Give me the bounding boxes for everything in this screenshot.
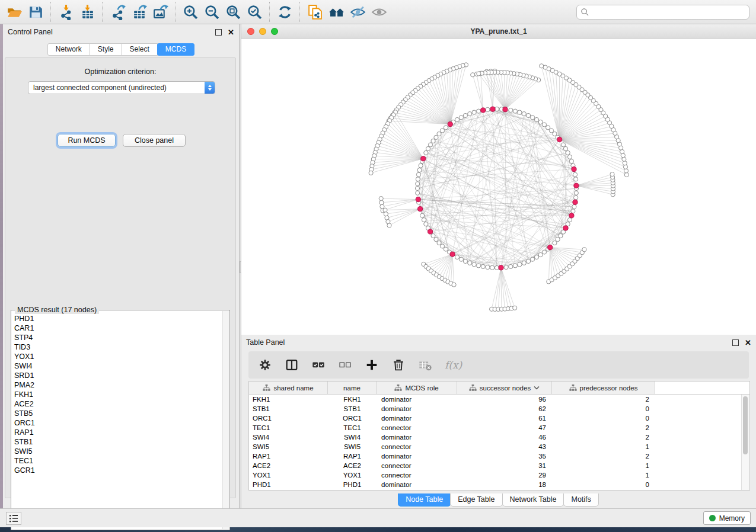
network-node[interactable] — [459, 116, 463, 120]
network-node[interactable] — [573, 172, 577, 177]
mcds-hub-node[interactable] — [569, 213, 574, 218]
network-node[interactable] — [434, 238, 438, 242]
network-node[interactable] — [518, 262, 522, 267]
column-header-successor-nodes[interactable]: successor nodes — [457, 382, 552, 394]
table-row[interactable]: FKH1FKH1dominator962 — [249, 395, 749, 404]
deselect-all-button[interactable] — [338, 356, 352, 374]
network-node[interactable] — [422, 218, 426, 222]
network-node[interactable] — [440, 129, 444, 133]
table-row[interactable]: PHD1PHD1dominator180 — [249, 480, 749, 489]
float-panel-icon[interactable] — [215, 29, 222, 36]
mcds-hub-node[interactable] — [450, 252, 455, 257]
leaf-node[interactable] — [369, 171, 373, 175]
network-node[interactable] — [416, 172, 420, 177]
close-panel-button[interactable]: Close panel — [123, 134, 186, 147]
network-node[interactable] — [504, 265, 508, 270]
result-node-item[interactable]: GCR1 — [14, 466, 223, 475]
leaf-node[interactable] — [624, 169, 628, 173]
import-table-button[interactable] — [76, 2, 98, 22]
delete-button[interactable] — [391, 356, 406, 374]
table-row[interactable]: SWI5SWI5connector431 — [249, 442, 749, 451]
network-node[interactable] — [420, 213, 425, 217]
mcds-hub-node[interactable] — [490, 107, 495, 111]
table-scrollbar[interactable] — [741, 395, 749, 490]
network-node[interactable] — [459, 257, 463, 261]
network-node[interactable] — [468, 261, 472, 265]
network-node[interactable] — [472, 262, 476, 267]
column-header-MCDS-role[interactable]: MCDS role — [377, 382, 457, 394]
mcds-hub-node[interactable] — [572, 167, 576, 172]
float-panel-icon[interactable] — [732, 339, 739, 346]
export-table-button[interactable] — [128, 2, 149, 22]
network-node[interactable] — [556, 238, 560, 242]
network-node[interactable] — [531, 116, 535, 120]
network-node[interactable] — [566, 150, 570, 155]
leaf-node[interactable] — [624, 172, 629, 177]
result-node-item[interactable]: STB1 — [14, 437, 223, 447]
network-node[interactable] — [426, 146, 430, 150]
first-neighbors-button[interactable] — [326, 2, 347, 22]
tab-edge-table[interactable]: Edge Table — [450, 493, 502, 507]
export-network-button[interactable] — [107, 2, 128, 22]
save-button[interactable] — [25, 2, 46, 22]
table-row[interactable]: STB1STB1dominator620 — [249, 404, 749, 414]
hide-selected-button[interactable] — [347, 2, 368, 22]
network-node[interactable] — [574, 191, 578, 195]
result-node-item[interactable]: ORC1 — [14, 418, 223, 428]
close-panel-icon[interactable]: ✕ — [228, 28, 234, 36]
zoom-out-button[interactable] — [201, 2, 222, 22]
tab-select[interactable]: Select — [122, 43, 158, 56]
mcds-hub-node[interactable] — [416, 197, 420, 202]
result-node-item[interactable]: YOX1 — [14, 352, 223, 361]
network-node[interactable] — [513, 264, 517, 268]
network-node[interactable] — [572, 204, 576, 209]
gear-button[interactable] — [258, 356, 272, 374]
result-node-item[interactable]: CAR1 — [14, 323, 223, 333]
mcds-hub-node[interactable] — [448, 122, 452, 127]
network-node[interactable] — [416, 177, 420, 181]
leaf-node[interactable] — [623, 165, 627, 169]
network-node[interactable] — [522, 261, 526, 265]
result-node-item[interactable]: PHD1 — [14, 314, 223, 323]
tab-mcds[interactable]: MCDS — [157, 43, 194, 56]
table-row[interactable]: TEC1TEC1connector472 — [249, 423, 749, 432]
network-node[interactable] — [434, 135, 438, 139]
network-node[interactable] — [534, 117, 538, 121]
result-node-item[interactable]: TEC1 — [14, 456, 223, 466]
network-node[interactable] — [428, 143, 432, 147]
network-node[interactable] — [534, 255, 538, 259]
leaf-node[interactable] — [379, 197, 383, 201]
network-node[interactable] — [486, 107, 490, 111]
task-history-button[interactable] — [6, 512, 21, 525]
network-node[interactable] — [455, 117, 459, 121]
result-node-item[interactable]: STP4 — [14, 333, 223, 342]
result-node-item[interactable]: TID3 — [14, 342, 223, 352]
network-node[interactable] — [549, 129, 553, 133]
network-node[interactable] — [437, 241, 441, 245]
leaf-node[interactable] — [582, 248, 586, 252]
network-node[interactable] — [559, 233, 563, 238]
clone-network-button[interactable] — [304, 2, 326, 22]
network-node[interactable] — [477, 264, 481, 268]
table-row[interactable]: ORC1ORC1dominator610 — [249, 414, 749, 423]
mcds-hub-node[interactable] — [421, 156, 426, 161]
leaf-node[interactable] — [387, 223, 391, 227]
network-node[interactable] — [419, 164, 423, 168]
leaf-node[interactable] — [452, 283, 456, 287]
network-node[interactable] — [509, 264, 513, 268]
network-node[interactable] — [509, 108, 513, 112]
zoom-selected-button[interactable] — [244, 2, 265, 22]
network-node[interactable] — [574, 177, 578, 181]
criterion-dropdown[interactable]: largest connected component (undirected) — [28, 81, 215, 94]
tab-style[interactable]: Style — [90, 43, 122, 56]
search-input[interactable] — [592, 5, 749, 18]
table-row[interactable]: YOX1YOX1connector291 — [249, 470, 749, 480]
network-canvas[interactable] — [241, 39, 756, 335]
show-all-button[interactable] — [368, 2, 390, 22]
mcds-hub-node[interactable] — [548, 245, 553, 250]
network-node[interactable] — [468, 112, 472, 116]
tab-network[interactable]: Network — [47, 43, 90, 56]
leaf-node[interactable] — [477, 72, 481, 76]
network-node[interactable] — [486, 265, 490, 270]
node-table[interactable]: shared namenameMCDS rolesuccessor nodesp… — [248, 381, 750, 491]
